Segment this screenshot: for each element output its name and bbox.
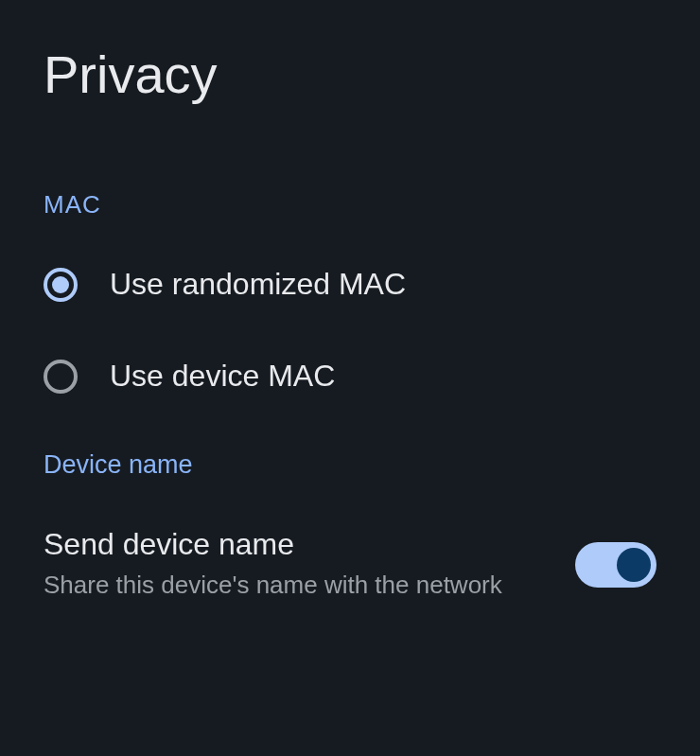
device-name-section: Device name Send device name Share this …	[44, 450, 656, 602]
radio-label: Use randomized MAC	[110, 267, 406, 302]
page-title: Privacy	[44, 44, 656, 105]
device-name-section-header: Device name	[44, 450, 656, 480]
radio-selected-dot-icon	[52, 276, 69, 293]
radio-button-icon	[44, 360, 78, 394]
mac-section-header: MAC	[44, 190, 656, 220]
toggle-text-container: Send device name Share this device's nam…	[44, 527, 575, 602]
radio-option-randomized-mac[interactable]: Use randomized MAC	[44, 267, 656, 302]
toggle-title: Send device name	[44, 527, 547, 562]
send-device-name-toggle[interactable]	[575, 542, 656, 588]
radio-label: Use device MAC	[110, 359, 335, 394]
toggle-thumb-icon	[617, 548, 651, 582]
send-device-name-row[interactable]: Send device name Share this device's nam…	[44, 527, 656, 602]
radio-option-device-mac[interactable]: Use device MAC	[44, 359, 656, 394]
radio-button-icon	[44, 268, 78, 302]
toggle-subtitle: Share this device's name with the networ…	[44, 568, 547, 602]
mac-section: MAC Use randomized MAC Use device MAC	[44, 190, 656, 394]
